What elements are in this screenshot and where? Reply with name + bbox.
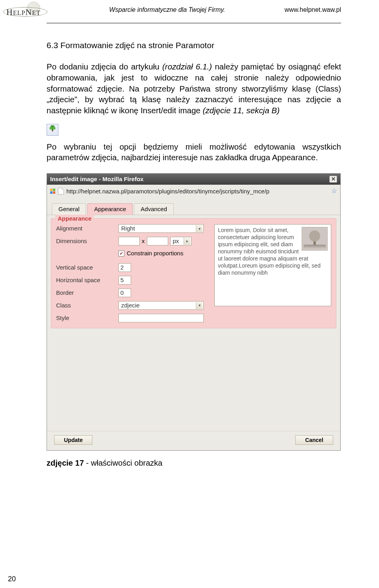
vspace-label: Vertical space xyxy=(56,264,118,272)
page-header: HELPNET Wsparcie informatyczne dla Twoje… xyxy=(0,0,379,22)
constrain-checkbox[interactable]: ✔ xyxy=(118,251,124,257)
dialog-title: Insert/edit image - Mozilla Firefox xyxy=(50,175,144,183)
style-input[interactable] xyxy=(118,314,204,322)
paragraph-2: Po wybraniu tej opcji będziemy mieli moż… xyxy=(47,141,341,163)
document-content: 6.3 Formatowanie zdjęć na stronie Paramo… xyxy=(0,23,379,468)
window-icon xyxy=(50,189,56,194)
logo-text: HELPNET xyxy=(6,7,41,17)
header-url: www.helpnet.waw.pl xyxy=(285,2,341,13)
page-icon xyxy=(58,188,64,195)
address-bar: http://helpnet.nazwa.pl/paramotors/plugi… xyxy=(47,185,340,198)
tab-general[interactable]: General xyxy=(52,203,86,215)
appearance-fieldset: Appearance Alignment Right ▾ Dimensions xyxy=(51,218,336,328)
chevron-down-icon: ▾ xyxy=(184,238,190,245)
class-select[interactable]: zdjecie ▾ xyxy=(118,301,204,310)
unit-select[interactable]: px ▾ xyxy=(170,237,191,245)
border-label: Border xyxy=(56,289,118,297)
cancel-button[interactable]: Cancel xyxy=(295,435,333,445)
svg-point-9 xyxy=(309,230,320,242)
svg-rect-4 xyxy=(50,189,53,191)
svg-rect-6 xyxy=(50,191,53,194)
alignment-select[interactable]: Right ▾ xyxy=(118,224,204,233)
width-input[interactable] xyxy=(118,237,140,245)
class-label: Class xyxy=(56,301,118,309)
dialog-button-row: Update Cancel xyxy=(47,431,340,450)
chevron-down-icon: ▾ xyxy=(196,225,203,232)
update-button[interactable]: Update xyxy=(54,435,92,445)
page-number: 20 xyxy=(8,575,16,583)
alignment-label: Alignment xyxy=(56,225,118,232)
tabs: General Appearance Advanced xyxy=(47,198,340,215)
svg-point-3 xyxy=(53,127,56,129)
constrain-label: Constrain proportions xyxy=(127,249,183,257)
paragraph-1: Po dodaniu zdjęcia do artykułu (rozdział… xyxy=(47,61,341,116)
svg-point-2 xyxy=(50,127,53,129)
dialog-titlebar: Insert/edit image - Mozilla Firefox ✕ xyxy=(47,174,340,185)
header-tagline: Wsparcie informatyczne dla Twojej Firmy. xyxy=(50,2,285,13)
tree-icon xyxy=(49,125,56,135)
hspace-input[interactable] xyxy=(118,276,131,285)
figure-caption: zdjęcie 17 - właściwości obrazka xyxy=(47,458,341,468)
preview-box: Lorem ipsum, Dolor sit amet, consectetue… xyxy=(214,224,331,306)
insert-image-dialog: Insert/edit image - Mozilla Firefox ✕ ht… xyxy=(47,173,341,451)
svg-rect-5 xyxy=(53,189,55,191)
tab-advanced[interactable]: Advanced xyxy=(134,203,174,215)
bookmark-icon[interactable]: ☆ xyxy=(331,187,337,196)
tab-appearance[interactable]: Appearance xyxy=(87,203,133,215)
logo: HELPNET xyxy=(3,2,50,21)
chevron-down-icon: ▾ xyxy=(196,302,203,309)
hspace-label: Horizontal space xyxy=(56,276,118,284)
section-heading: 6.3 Formatowanie zdjęć na stronie Paramo… xyxy=(47,40,341,51)
fieldset-legend: Appearance xyxy=(55,215,94,223)
border-input[interactable] xyxy=(118,288,131,297)
close-icon[interactable]: ✕ xyxy=(329,176,337,183)
preview-image xyxy=(302,227,328,251)
x-label: x xyxy=(142,237,145,245)
dimensions-label: Dimensions xyxy=(56,237,118,245)
address-text: http://helpnet.nazwa.pl/paramotors/plugi… xyxy=(66,187,329,195)
svg-rect-7 xyxy=(53,191,55,194)
dialog-spacer xyxy=(47,333,340,431)
height-input[interactable] xyxy=(147,237,168,245)
vspace-input[interactable] xyxy=(118,263,131,272)
insert-image-icon xyxy=(47,124,58,136)
style-label: Style xyxy=(56,314,118,322)
